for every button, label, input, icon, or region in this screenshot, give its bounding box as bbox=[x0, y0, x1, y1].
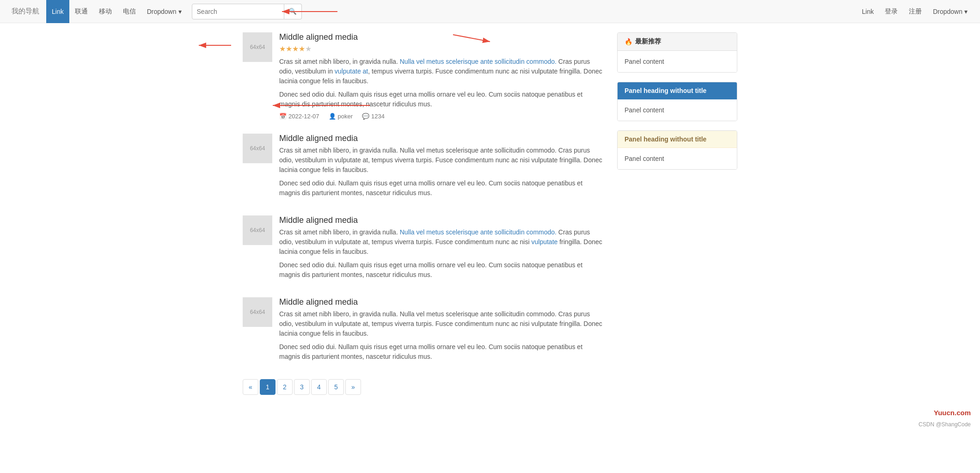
star-rating-1: ★★★★★ bbox=[279, 44, 603, 53]
media-body-4: Middle aligned media Cras sit amet nibh … bbox=[279, 297, 603, 365]
panel-latest-heading: 🔥 最新推荐 bbox=[618, 33, 737, 51]
nav-dropdown-left[interactable]: Dropdown ▾ bbox=[141, 0, 187, 23]
nav-right-link[interactable]: Link bbox=[856, 0, 879, 23]
media-text-3b: Donec sed odio dui. Nullam quis risus eg… bbox=[279, 260, 603, 280]
panel-primary-heading: Panel heading without title bbox=[618, 82, 737, 99]
panel-warning-body: Panel content bbox=[618, 148, 737, 169]
panel-latest-body: Panel content bbox=[618, 51, 737, 72]
nav-link-dianxin[interactable]: 电信 bbox=[117, 0, 141, 23]
nav-right-login[interactable]: 登录 bbox=[879, 0, 903, 23]
page-next[interactable]: » bbox=[345, 379, 361, 395]
page-5[interactable]: 5 bbox=[328, 379, 344, 395]
link-vulputate-3[interactable]: vulputate bbox=[531, 238, 557, 246]
media-text-1a: Cras sit amet nibh libero, in gravida nu… bbox=[279, 57, 603, 86]
panel-warning-heading: Panel heading without title bbox=[618, 131, 737, 148]
search-icon: 🔍 bbox=[289, 8, 297, 15]
navbar-brand: 我的导航 bbox=[7, 7, 44, 16]
pagination: « 1 2 3 4 5 » bbox=[243, 379, 603, 395]
media-item-1: 64x64 Middle aligned media ★★★★★ Cras si… bbox=[243, 32, 603, 120]
search-button[interactable]: 🔍 bbox=[284, 4, 302, 19]
comment-icon: 💬 bbox=[362, 113, 369, 120]
media-text-4a: Cras sit amet nibh libero, in gravida nu… bbox=[279, 309, 603, 338]
footer-brand: Yuucn.com bbox=[0, 404, 980, 421]
panel-primary-body: Panel content bbox=[618, 99, 737, 121]
media-text-2b: Donec sed odio dui. Nullam quis risus eg… bbox=[279, 178, 603, 198]
nav-right-dropdown-label: Dropdown bbox=[933, 8, 962, 15]
panel-latest: 🔥 最新推荐 Panel content bbox=[617, 32, 737, 73]
page-prev[interactable]: « bbox=[243, 379, 258, 395]
nav-link-link[interactable]: Link bbox=[46, 0, 69, 23]
link-nulla-3[interactable]: Nulla vel metus scelerisque ante sollici… bbox=[400, 228, 557, 236]
meta-comments-1: 💬 1234 bbox=[362, 113, 385, 120]
thumbnail-1: 64x64 bbox=[243, 32, 272, 62]
page-4[interactable]: 4 bbox=[311, 379, 327, 395]
media-item-2: 64x64 Middle aligned media Cras sit amet… bbox=[243, 134, 603, 202]
media-meta-1: 📅 2022-12-07 👤 poker 💬 1234 bbox=[279, 113, 603, 120]
chevron-down-icon: ▾ bbox=[178, 8, 182, 15]
star-empty: ★ bbox=[305, 45, 312, 53]
media-text-4b: Donec sed odio dui. Nullam quis risus eg… bbox=[279, 342, 603, 362]
meta-date-1: 📅 2022-12-07 bbox=[279, 113, 319, 120]
navbar: 我的导航 Link 联通 移动 电信 Dropdown ▾ 🔍 Link 登录 … bbox=[0, 0, 980, 23]
thumbnail-2: 64x64 bbox=[243, 134, 272, 163]
media-item-3: 64x64 Middle aligned media Cras sit amet… bbox=[243, 215, 603, 283]
nav-right-register[interactable]: 注册 bbox=[903, 0, 927, 23]
media-title-4: Middle aligned media bbox=[279, 297, 603, 307]
search-input[interactable] bbox=[192, 4, 284, 19]
nav-link-yidong[interactable]: 移动 bbox=[93, 0, 117, 23]
panel-primary: Panel heading without title Panel conten… bbox=[617, 82, 737, 121]
nav-dropdown-label: Dropdown bbox=[147, 8, 177, 15]
chevron-down-icon-right: ▾ bbox=[964, 8, 968, 15]
thumbnail-4: 64x64 bbox=[243, 297, 272, 327]
media-text-2a: Cras sit amet nibh libero, in gravida nu… bbox=[279, 146, 603, 175]
fire-icon: 🔥 bbox=[625, 38, 632, 45]
footer-sub: CSDN @ShangCode bbox=[0, 421, 980, 432]
panel-latest-title: 最新推荐 bbox=[635, 37, 661, 46]
page-3[interactable]: 3 bbox=[294, 379, 310, 395]
user-icon: 👤 bbox=[329, 113, 336, 120]
media-title-1: Middle aligned media bbox=[279, 32, 603, 42]
media-item-4: 64x64 Middle aligned media Cras sit amet… bbox=[243, 297, 603, 365]
meta-author-1: 👤 poker bbox=[329, 113, 353, 120]
media-text-3a: Cras sit amet nibh libero, in gravida nu… bbox=[279, 227, 603, 257]
panel-warning: Panel heading without title Panel conten… bbox=[617, 130, 737, 170]
media-title-3: Middle aligned media bbox=[279, 215, 603, 225]
star-filled: ★★★★ bbox=[279, 45, 305, 53]
main-content: 64x64 Middle aligned media ★★★★★ Cras si… bbox=[243, 32, 603, 395]
media-body-1: Middle aligned media ★★★★★ Cras sit amet… bbox=[279, 32, 603, 120]
page-1[interactable]: 1 bbox=[260, 379, 276, 395]
page-2[interactable]: 2 bbox=[277, 379, 293, 395]
media-title-2: Middle aligned media bbox=[279, 134, 603, 143]
link-vulputate[interactable]: vulputate at bbox=[335, 68, 368, 75]
media-body-3: Middle aligned media Cras sit amet nibh … bbox=[279, 215, 603, 283]
media-text-1b: Donec sed odio dui. Nullam quis risus eg… bbox=[279, 90, 603, 109]
nav-right-dropdown[interactable]: Dropdown ▾ bbox=[927, 0, 973, 23]
thumbnail-3: 64x64 bbox=[243, 215, 272, 245]
link-nulla[interactable]: Nulla vel metus scelerisque ante sollici… bbox=[400, 58, 557, 65]
nav-link-liantong[interactable]: 联通 bbox=[69, 0, 93, 23]
navbar-right: Link 登录 注册 Dropdown ▾ bbox=[856, 0, 973, 23]
main-container: 64x64 Middle aligned media ★★★★★ Cras si… bbox=[236, 23, 744, 404]
calendar-icon: 📅 bbox=[279, 113, 287, 120]
search-form: 🔍 bbox=[192, 4, 302, 19]
sidebar: 🔥 最新推荐 Panel content Panel heading witho… bbox=[617, 32, 737, 395]
media-body-2: Middle aligned media Cras sit amet nibh … bbox=[279, 134, 603, 202]
